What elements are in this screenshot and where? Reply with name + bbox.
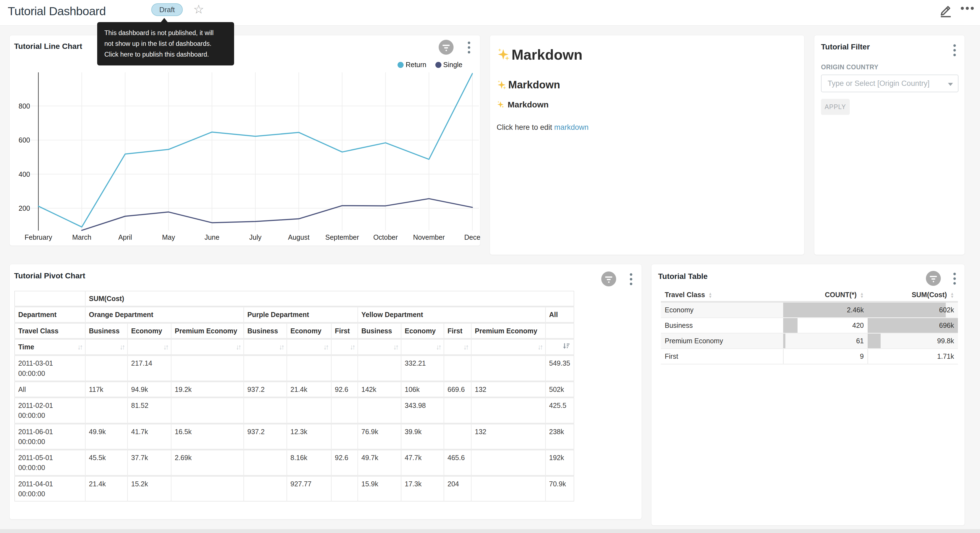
- pivot-value-cell: [171, 476, 244, 501]
- pivot-class-label: Travel Class: [14, 323, 85, 339]
- pivot-value-cell: [471, 476, 546, 501]
- sort-desc-icon[interactable]: [562, 342, 570, 350]
- pivot-metric-header: SUM(Cost): [85, 291, 574, 306]
- sort-updown-icon[interactable]: ↓↑: [350, 342, 354, 353]
- bottom-scroll-strip[interactable]: [0, 529, 980, 533]
- x-axis-label: August: [288, 233, 309, 241]
- pivot-value-cell: 94.9k: [127, 381, 171, 397]
- table-column-header[interactable]: Travel Class▲▼: [661, 289, 783, 302]
- x-axis-label: July: [249, 233, 262, 241]
- x-axis-label: September: [325, 233, 359, 241]
- filter-badge-icon[interactable]: [926, 271, 941, 287]
- publish-tooltip: This dashboard is not published, it will…: [97, 22, 234, 65]
- pivot-sort-cell: ↓↑: [244, 339, 287, 356]
- legend-item-return[interactable]: Return: [398, 61, 426, 69]
- favorite-star-icon[interactable]: ☆: [193, 2, 204, 16]
- pivot-group-header: Yellow Department: [358, 306, 546, 322]
- filter-badge-icon[interactable]: [439, 40, 453, 56]
- markdown-h3: Markdown: [496, 100, 549, 109]
- pivot-value-cell: 41.7k: [127, 424, 171, 450]
- pivot-class-header: [546, 323, 574, 339]
- table-cell: First: [661, 349, 783, 364]
- travel-class-cell: Premium Economy: [661, 334, 783, 348]
- select-placeholder: Type or Select [Origin Country]: [827, 79, 929, 88]
- pivot-value-cell: [471, 355, 546, 381]
- pivot-value-cell: [244, 476, 287, 501]
- pivot-value-cell: 132: [471, 424, 546, 450]
- table-cell: 602k: [868, 302, 958, 318]
- chart-legend: ReturnSingle: [398, 61, 462, 69]
- markdown-edit-link[interactable]: markdown: [554, 123, 589, 131]
- pivot-value-cell: 37.7k: [127, 450, 171, 476]
- sort-updown-icon[interactable]: ↓↑: [236, 342, 240, 353]
- edit-dashboard-icon[interactable]: [937, 2, 953, 19]
- line-chart: 200400600800FebruaryMarchAprilMayJuneJul…: [10, 68, 480, 246]
- pivot-chart-panel: Tutorial Pivot Chart SUM(Cost)Department…: [10, 264, 642, 519]
- more-options-icon[interactable]: [959, 4, 975, 16]
- pivot-value-cell: [358, 355, 401, 381]
- markdown-paragraph: Click here to edit markdown: [496, 123, 589, 132]
- sparkles-icon: [496, 48, 510, 61]
- table-cell: 420: [783, 318, 868, 334]
- sort-updown-icon[interactable]: ↓↑: [119, 342, 124, 353]
- apply-button[interactable]: APPLY: [821, 99, 850, 115]
- draft-status-badge[interactable]: Draft: [151, 3, 183, 16]
- origin-country-select[interactable]: Type or Select [Origin Country]: [821, 75, 958, 92]
- sort-updown-icon[interactable]: ↓↑: [77, 342, 82, 353]
- table-row: Economy2.46k602k: [661, 302, 958, 318]
- legend-item-single[interactable]: Single: [435, 61, 463, 69]
- sort-updown-icon[interactable]: ↓↑: [436, 342, 440, 353]
- kebab-menu-icon[interactable]: [629, 273, 633, 287]
- filter-badge-icon[interactable]: [601, 271, 616, 287]
- pivot-value-cell: 76.9k: [358, 424, 401, 450]
- y-tick-label: 800: [19, 102, 30, 110]
- kebab-menu-icon[interactable]: [953, 272, 956, 286]
- sort-updown-icon[interactable]: ↓↑: [463, 342, 468, 353]
- pivot-value-cell: 12.3k: [287, 424, 331, 450]
- x-axis-label: June: [205, 233, 220, 241]
- pivot-value-cell: 21.4k: [85, 476, 127, 501]
- legend-label: Return: [406, 61, 426, 69]
- pivot-corner-cell: [14, 291, 85, 306]
- pivot-group-header: Purple Department: [244, 306, 358, 322]
- pivot-sort-cell: [546, 339, 574, 356]
- pivot-value-cell: 39.9k: [401, 424, 444, 450]
- table-column-header[interactable]: COUNT(*)▲▼: [783, 289, 868, 302]
- sort-updown-icon[interactable]: ↓↑: [323, 342, 328, 353]
- value-label: 420: [783, 318, 868, 333]
- pivot-value-cell: [171, 397, 244, 424]
- table-row: Business420696k: [661, 318, 958, 334]
- sort-carets-icon: ▲▼: [950, 292, 954, 298]
- origin-country-label: ORIGIN COUNTRY: [821, 64, 878, 71]
- x-axis-label: October: [373, 233, 398, 241]
- pivot-value-cell: 937.2: [244, 381, 287, 397]
- pivot-row-label: 2011-02-01 00:00:00: [14, 397, 85, 424]
- pivot-value-cell: 17.3k: [401, 476, 444, 501]
- sort-updown-icon[interactable]: ↓↑: [163, 342, 167, 353]
- table-column-header[interactable]: SUM(Cost)▲▼: [868, 289, 958, 302]
- pivot-class-header: Economy: [401, 323, 444, 339]
- pivot-value-cell: [331, 355, 358, 381]
- pivot-value-cell: 2.69k: [171, 450, 244, 476]
- travel-class-cell: First: [661, 349, 783, 364]
- sort-updown-icon[interactable]: ↓↑: [538, 342, 542, 353]
- pivot-value-cell: 217.14: [127, 355, 171, 381]
- markdown-h3-text: Markdown: [508, 100, 549, 109]
- pivot-class-header: Economy: [127, 323, 171, 339]
- sort-updown-icon[interactable]: ↓↑: [279, 342, 283, 353]
- pivot-class-header: Economy: [287, 323, 331, 339]
- pivot-value-cell: [244, 397, 287, 424]
- sort-updown-icon[interactable]: ↓↑: [393, 342, 398, 353]
- markdown-h1-text: Markdown: [512, 46, 582, 63]
- kebab-menu-icon[interactable]: [953, 44, 956, 58]
- dashboard-page: Tutorial Dashboard Draft ☆ This dashboar…: [0, 0, 980, 533]
- legend-dot-icon: [398, 62, 404, 68]
- kebab-menu-icon[interactable]: [467, 41, 471, 55]
- tooltip-line: not show up in the list of dashboards.: [104, 38, 227, 49]
- pivot-sort-cell: ↓↑: [127, 339, 171, 356]
- pivot-value-cell: 19.2k: [171, 381, 244, 397]
- pivot-chart-title: Tutorial Pivot Chart: [14, 271, 85, 280]
- sort-carets-icon: ▲▼: [708, 292, 712, 298]
- table-cell: 9: [783, 349, 868, 364]
- table-row: Premium Economy6199.8k: [661, 334, 958, 349]
